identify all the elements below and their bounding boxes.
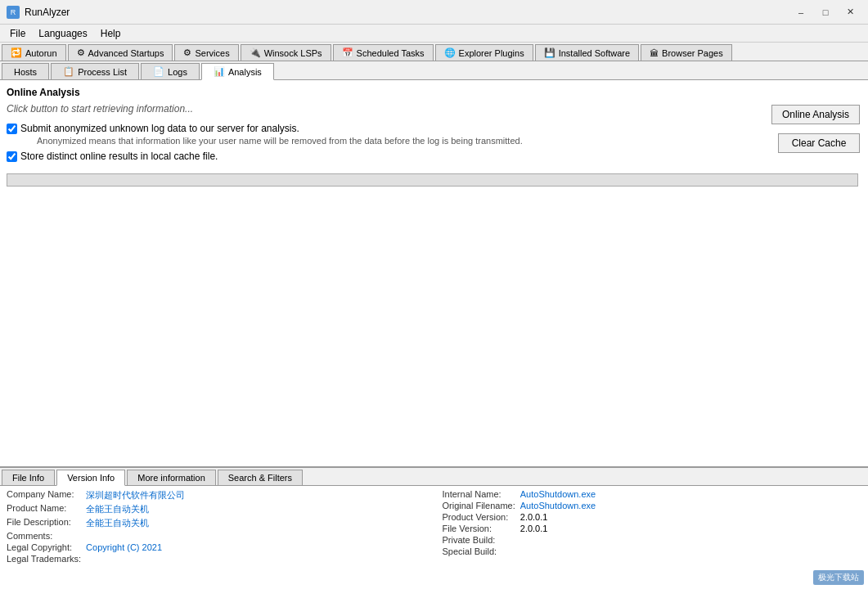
tab-autorun[interactable]: 🔁 Autorun (2, 44, 66, 61)
legal-copyright-label: Legal Copyright: (7, 542, 81, 552)
product-name-label: Product Name: (7, 503, 81, 515)
btab-version-info[interactable]: Version Info (56, 470, 125, 486)
store-checkbox[interactable] (7, 151, 17, 162)
main-content: Online Analysis Click button to start re… (0, 80, 868, 466)
legal-trademarks-value (86, 554, 425, 564)
watermark: 极光下载站 (813, 570, 864, 585)
tab-process-label: Process List (78, 67, 127, 77)
tab-installed-software[interactable]: 💾 Installed Software (535, 44, 639, 61)
app-icon: R (7, 6, 20, 19)
process-icon: 📋 (63, 66, 74, 77)
tab-winsock-label: Winsock LSPs (264, 48, 322, 58)
bottom-tab-bar: File Info Version Info More information … (0, 468, 868, 486)
autorun-icon: 🔁 (11, 47, 22, 58)
tab-hosts-label: Hosts (14, 67, 37, 77)
product-version-label: Product Version: (443, 512, 515, 522)
tab-installed-label: Installed Software (559, 48, 630, 58)
company-name-label: Company Name: (7, 489, 81, 501)
menu-bar: File Languages Help (0, 25, 868, 43)
window-controls: – □ ✕ (789, 4, 861, 20)
checkbox-row-1: Submit anonymized unknown log data to ou… (7, 123, 861, 146)
submit-checkbox-sublabel: Anonymized means that information like y… (37, 136, 523, 146)
menu-help[interactable]: Help (94, 26, 128, 41)
submit-checkbox-label: Submit anonymized unknown log data to ou… (20, 123, 523, 134)
services-icon: ⚙ (183, 47, 191, 58)
tab-winsock-lsps[interactable]: 🔌 Winsock LSPs (241, 44, 331, 61)
comments-label: Comments: (7, 531, 81, 541)
close-button[interactable]: ✕ (839, 4, 861, 20)
bottom-panel: File Info Version Info More information … (0, 466, 868, 589)
special-build-value (520, 546, 861, 556)
scheduled-icon: 📅 (342, 47, 353, 58)
tab-analysis-label: Analysis (228, 67, 262, 77)
menu-languages[interactable]: Languages (32, 26, 93, 41)
submit-checkbox[interactable] (7, 124, 17, 134)
comments-value (86, 531, 425, 541)
tab-explorer-plugins[interactable]: 🌐 Explorer Plugins (435, 44, 533, 61)
version-info-content: Company Name: 深圳超时代软件有限公司 Product Name: … (0, 486, 868, 589)
section-title: Online Analysis (7, 87, 861, 98)
tab-browser-pages[interactable]: 🏛 Browser Pages (641, 44, 732, 61)
file-version-label: File Version: (443, 524, 515, 533)
internal-name-label: Internal Name: (443, 489, 515, 499)
minimize-button[interactable]: – (789, 4, 812, 20)
company-name-value: 深圳超时代软件有限公司 (86, 489, 425, 501)
tab-services-label: Services (195, 48, 229, 58)
btab-file-info[interactable]: File Info (2, 470, 55, 485)
btab-search-filters-label: Search & Filters (228, 473, 292, 483)
special-build-label: Special Build: (443, 546, 515, 556)
product-name-value: 全能王自动关机 (86, 503, 425, 515)
tab-bar-2: Hosts 📋 Process List 📄 Logs 📊 Analysis (0, 61, 868, 80)
original-filename-value: AutoShutdown.exe (520, 501, 861, 510)
store-checkbox-label: Store distinct online results in local c… (20, 151, 218, 162)
legal-copyright-value: Copyright (C) 2021 (86, 542, 425, 552)
btab-version-info-label: Version Info (67, 473, 115, 483)
version-info-left: Company Name: 深圳超时代软件有限公司 Product Name: … (7, 489, 426, 586)
app-title: RunAlyzer (25, 7, 70, 18)
installed-icon: 💾 (544, 47, 555, 58)
tab-logs-label: Logs (168, 67, 187, 77)
tab-autorun-label: Autorun (25, 48, 57, 58)
internal-name-value: AutoShutdown.exe (520, 489, 861, 499)
btab-more-information[interactable]: More information (127, 470, 216, 485)
analysis-icon: 📊 (214, 66, 225, 77)
maximize-button[interactable]: □ (814, 4, 837, 20)
tab-browser-label: Browser Pages (662, 48, 723, 58)
legal-trademarks-label: Legal Trademarks: (7, 554, 81, 564)
title-bar: R RunAlyzer – □ ✕ (0, 0, 868, 25)
private-build-label: Private Build: (443, 535, 515, 545)
tab-bar-1: 🔁 Autorun ⚙ Advanced Startups ⚙ Services… (0, 43, 868, 61)
tab-services[interactable]: ⚙ Services (174, 44, 238, 61)
winsock-icon: 🔌 (250, 47, 261, 58)
btab-search-filters[interactable]: Search & Filters (218, 470, 303, 485)
btab-more-info-label: More information (137, 473, 205, 483)
tab-advanced-startups[interactable]: ⚙ Advanced Startups (68, 44, 173, 61)
advanced-startups-icon: ⚙ (77, 47, 85, 58)
tab-scheduled-tasks[interactable]: 📅 Scheduled Tasks (333, 44, 434, 61)
clear-cache-button[interactable]: Clear Cache (778, 133, 860, 153)
private-build-value (520, 535, 861, 545)
tab-hosts[interactable]: Hosts (2, 63, 49, 79)
tab-advanced-startups-label: Advanced Startups (88, 48, 164, 58)
tab-process-list[interactable]: 📋 Process List (51, 63, 139, 79)
logs-icon: 📄 (153, 66, 164, 77)
file-description-value: 全能王自动关机 (86, 517, 425, 529)
version-info-right: Internal Name: AutoShutdown.exe Original… (443, 489, 862, 586)
click-hint: Click button to start retrieving informa… (7, 103, 861, 115)
tab-explorer-label: Explorer Plugins (459, 48, 524, 58)
file-version-value: 2.0.0.1 (520, 524, 861, 533)
browser-icon: 🏛 (650, 48, 659, 58)
online-analysis-button[interactable]: Online Analysis (771, 105, 860, 124)
checkbox-row-2: Store distinct online results in local c… (7, 151, 861, 162)
explorer-icon: 🌐 (444, 47, 456, 58)
menu-file[interactable]: File (3, 26, 32, 41)
progress-bar (7, 173, 858, 187)
file-description-label: File Description: (7, 517, 81, 529)
tab-logs[interactable]: 📄 Logs (141, 63, 200, 79)
product-version-value: 2.0.0.1 (520, 512, 861, 522)
tab-scheduled-label: Scheduled Tasks (357, 48, 425, 58)
btab-file-info-label: File Info (12, 473, 44, 483)
tab-analysis[interactable]: 📊 Analysis (201, 63, 274, 80)
original-filename-label: Original Filename: (443, 501, 515, 510)
